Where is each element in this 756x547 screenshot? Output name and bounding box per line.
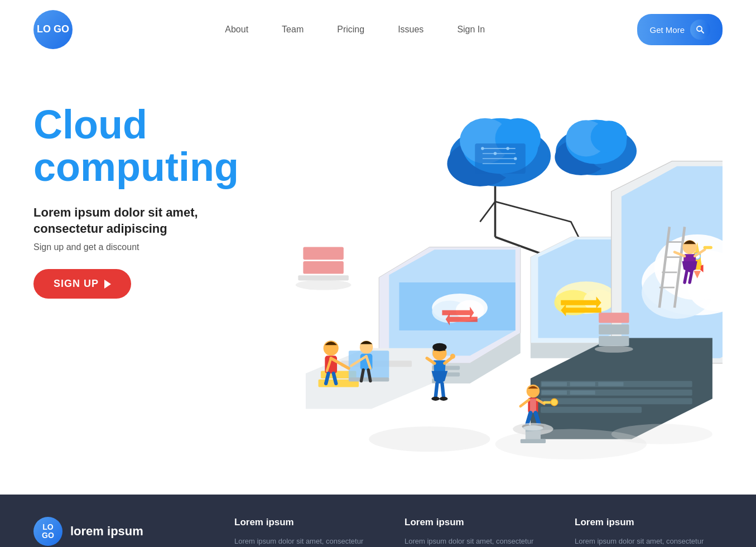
svg-point-14 (494, 152, 497, 155)
logo-text: LO GO (37, 24, 69, 35)
svg-rect-59 (298, 275, 349, 280)
footer-col2-item-1: Lorem ipsum dolor sit amet, consectetur … (405, 536, 552, 547)
search-icon[interactable] (690, 20, 710, 40)
header-actions: Get More (637, 14, 723, 45)
footer-brand: LOGO lorem ipsum Lorem ipsum dolor sit a… (33, 517, 212, 547)
footer-col3-item-1: Lorem ipsum dolor sit amet, consectetur … (575, 536, 723, 547)
signup-label: SIGN UP (54, 278, 99, 290)
svg-line-81 (368, 370, 370, 381)
svg-rect-63 (599, 336, 629, 346)
svg-line-75 (334, 373, 336, 383)
footer-col-3: Lorem ipsum Lorem ipsum dolor sit amet, … (575, 517, 723, 547)
svg-rect-101 (704, 246, 712, 249)
nav-issues[interactable]: Issues (398, 25, 423, 35)
svg-point-60 (296, 280, 351, 290)
hero-subtitle: Lorem ipsum dolor sit amet,consectetur a… (33, 205, 268, 237)
svg-point-89 (431, 397, 439, 401)
footer-col3-title: Lorem ipsum (575, 517, 723, 528)
svg-line-74 (326, 373, 329, 383)
hero-section: Cloud computing Lorem ipsum dolor sit am… (0, 59, 756, 495)
svg-line-107 (521, 400, 529, 406)
svg-rect-55 (542, 391, 567, 395)
svg-rect-61 (599, 313, 629, 323)
main-nav: About Team Pricing Issues Sign In (225, 25, 485, 35)
footer: LOGO lorem ipsum Lorem ipsum dolor sit a… (0, 495, 756, 547)
get-more-button[interactable]: Get More (637, 14, 723, 45)
stack-boxes-right (595, 313, 633, 353)
signup-button[interactable]: SIGN UP (33, 269, 131, 299)
hero-illustration (268, 70, 723, 495)
svg-rect-53 (570, 382, 595, 386)
get-more-label: Get More (649, 25, 685, 35)
footer-logo-text: LOGO (42, 523, 54, 540)
footer-grid: LOGO lorem ipsum Lorem ipsum dolor sit a… (33, 517, 723, 547)
hero-description: Sign up and get a discount (33, 242, 268, 252)
header: LO GO About Team Pricing Issues Sign In … (0, 0, 756, 59)
svg-point-86 (450, 354, 455, 359)
svg-line-88 (442, 383, 444, 397)
svg-rect-51 (541, 407, 642, 413)
arrow-icon (104, 280, 111, 289)
svg-point-64 (595, 346, 633, 353)
footer-col-2: Lorem ipsum Lorem ipsum dolor sit amet, … (405, 517, 552, 547)
nav-team[interactable]: Team (282, 25, 304, 35)
svg-line-87 (436, 383, 437, 397)
svg-point-22 (591, 121, 627, 153)
svg-line-80 (362, 370, 364, 381)
footer-col-1: Lorem ipsum Lorem ipsum dolor sit amet, … (234, 517, 382, 547)
svg-point-83 (432, 343, 446, 351)
svg-point-15 (506, 147, 509, 150)
footer-logo-row: LOGO lorem ipsum (33, 517, 212, 546)
svg-point-119 (369, 426, 490, 452)
hero-title: Cloud computing (33, 104, 268, 188)
main-cloud (447, 118, 551, 186)
svg-rect-106 (530, 399, 536, 412)
svg-rect-57 (303, 247, 343, 260)
hero-content: Cloud computing Lorem ipsum dolor sit am… (33, 70, 268, 299)
footer-col2-title: Lorem ipsum (405, 517, 552, 528)
nav-signin[interactable]: Sign In (457, 25, 485, 35)
stack-boxes-left (296, 247, 351, 290)
footer-col1-title: Lorem ipsum (234, 517, 382, 528)
svg-point-16 (514, 157, 517, 160)
svg-rect-58 (303, 261, 343, 274)
svg-rect-52 (542, 382, 567, 386)
footer-logo-circle: LOGO (33, 517, 62, 546)
person-sitting (306, 340, 432, 409)
nav-pricing[interactable]: Pricing (337, 25, 364, 35)
secondary-cloud (555, 119, 637, 175)
svg-point-117 (523, 425, 543, 430)
svg-point-90 (440, 397, 447, 401)
svg-rect-50 (541, 398, 692, 404)
svg-point-110 (551, 399, 558, 406)
svg-rect-62 (599, 324, 629, 334)
svg-rect-54 (598, 382, 623, 386)
svg-line-1 (701, 31, 704, 33)
logo-circle: LO GO (33, 10, 73, 49)
logo[interactable]: LO GO (33, 10, 73, 49)
nav-about[interactable]: About (225, 25, 248, 35)
footer-brand-name: lorem ipsum (70, 524, 143, 539)
footer-col1-item-1: Lorem ipsum dolor sit amet, consectetur … (234, 536, 382, 547)
svg-rect-56 (570, 391, 595, 395)
svg-point-121 (611, 424, 712, 444)
isometric-svg (268, 70, 723, 495)
svg-point-13 (481, 147, 484, 150)
